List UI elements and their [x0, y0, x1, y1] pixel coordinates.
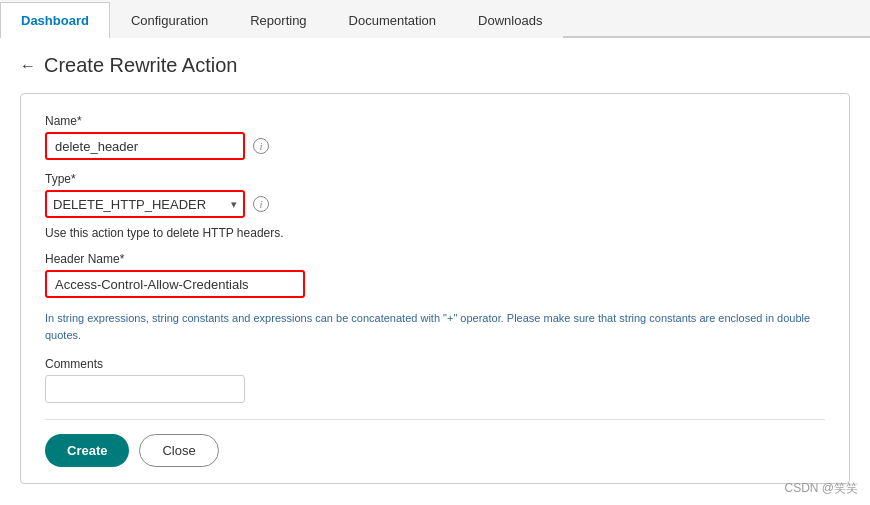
type-label: Type*: [45, 172, 825, 186]
page-title: Create Rewrite Action: [44, 54, 237, 77]
button-row: Create Close: [45, 419, 825, 467]
main-content: ← Create Rewrite Action Name* i Type* DE…: [0, 38, 870, 500]
tab-configuration[interactable]: Configuration: [110, 2, 229, 38]
type-select[interactable]: DELETE_HTTP_HEADER INSERT_HTTP_HEADER DE…: [45, 190, 245, 218]
tab-bar: Dashboard Configuration Reporting Docume…: [0, 0, 870, 38]
comments-input[interactable]: [45, 375, 245, 403]
name-field-container: i: [45, 132, 825, 160]
close-button[interactable]: Close: [139, 434, 218, 467]
header-name-input[interactable]: [45, 270, 305, 298]
header-name-field-row: Header Name*: [45, 252, 825, 298]
type-field-row: Type* DELETE_HTTP_HEADER INSERT_HTTP_HEA…: [45, 172, 825, 218]
tab-documentation[interactable]: Documentation: [328, 2, 457, 38]
name-field-row: Name* i: [45, 114, 825, 160]
type-select-wrapper: DELETE_HTTP_HEADER INSERT_HTTP_HEADER DE…: [45, 190, 245, 218]
form-card: Name* i Type* DELETE_HTTP_HEADER INSERT_…: [20, 93, 850, 484]
type-field-container: DELETE_HTTP_HEADER INSERT_HTTP_HEADER DE…: [45, 190, 825, 218]
type-info-icon[interactable]: i: [253, 196, 269, 212]
watermark: CSDN @笑笑: [784, 480, 858, 497]
back-button[interactable]: ←: [20, 57, 36, 75]
name-info-icon[interactable]: i: [253, 138, 269, 154]
page-header: ← Create Rewrite Action: [20, 54, 850, 77]
name-label: Name*: [45, 114, 825, 128]
note-text: In string expressions, string constants …: [45, 310, 825, 343]
type-description: Use this action type to delete HTTP head…: [45, 226, 825, 240]
comments-field-row: Comments: [45, 357, 825, 403]
header-name-label: Header Name*: [45, 252, 825, 266]
comments-label: Comments: [45, 357, 825, 371]
tab-downloads[interactable]: Downloads: [457, 2, 563, 38]
create-button[interactable]: Create: [45, 434, 129, 467]
header-name-field-container: [45, 270, 825, 298]
tab-dashboard[interactable]: Dashboard: [0, 2, 110, 38]
tab-reporting[interactable]: Reporting: [229, 2, 327, 38]
name-input[interactable]: [45, 132, 245, 160]
